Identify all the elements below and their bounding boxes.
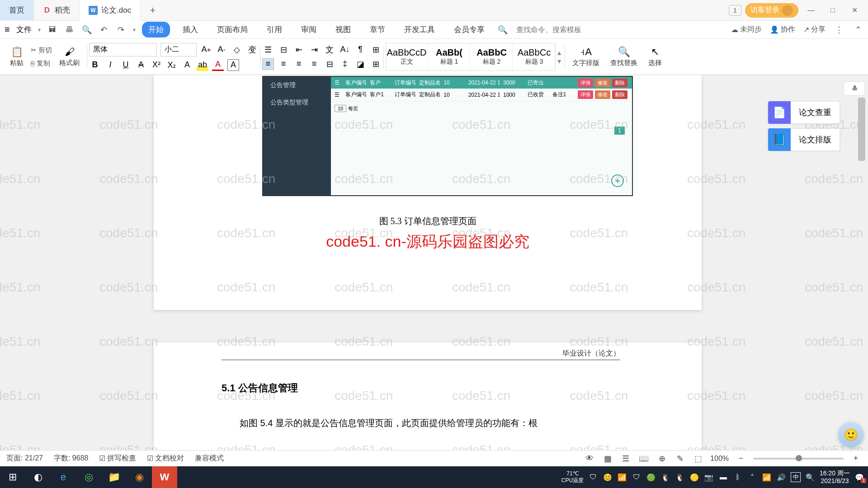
clipboard-icon[interactable]: 📋 <box>11 46 23 58</box>
show-marks-icon[interactable]: ¶ <box>354 44 366 56</box>
minimize-button[interactable]: — <box>802 1 820 19</box>
print-icon[interactable]: 🖶 <box>64 24 75 35</box>
clock[interactable]: 16:20 周一 2021/8/23 <box>820 469 850 485</box>
undo-icon[interactable]: ↶ <box>99 24 109 35</box>
menu-reference[interactable]: 引用 <box>260 22 288 38</box>
asian-layout-icon[interactable]: 文 <box>324 44 335 56</box>
text-layout-group[interactable]: ⫞A 文字排版 <box>567 46 605 67</box>
wifi-icon[interactable]: 📶 <box>762 472 772 482</box>
cut-button[interactable]: ✂剪切 <box>29 45 54 56</box>
zoom-thumb[interactable] <box>796 455 802 461</box>
thesis-layout-button[interactable]: 📘 论文排版 <box>768 128 840 151</box>
tray-icon[interactable]: 🟡 <box>689 472 699 482</box>
word-count[interactable]: 字数: 9688 <box>54 454 88 463</box>
menu-dev-tools[interactable]: 开发工具 <box>398 22 441 38</box>
tab-home[interactable]: 首页 <box>0 0 34 21</box>
window-count[interactable]: 1 <box>729 5 741 16</box>
tab-docke[interactable]: D 稻壳 <box>34 0 80 21</box>
align-justify-button[interactable]: ≡ <box>308 58 320 70</box>
zoom-slider[interactable] <box>753 458 844 460</box>
login-button[interactable]: 访客登录 <box>745 3 798 18</box>
fit-width-icon[interactable]: ⬚ <box>692 453 704 465</box>
search-input[interactable] <box>514 24 614 36</box>
collab-button[interactable]: 👤协作 <box>770 25 795 34</box>
tray-icon[interactable]: 🛡 <box>632 472 642 482</box>
document-area[interactable]: 公告管理 公告类型管理 ☰ 客户编号 客户 订单编号 定制品名称 10 2021… <box>0 75 868 450</box>
style-h3[interactable]: AaBbCc标题 3 <box>514 43 555 70</box>
font-select[interactable] <box>89 43 157 56</box>
tab-stop-icon[interactable]: ⊞ <box>370 44 382 56</box>
task-wps[interactable]: W <box>152 466 177 488</box>
char-border-button[interactable]: A <box>227 59 239 71</box>
menu-member[interactable]: 会员专享 <box>448 22 491 38</box>
clear-format-icon[interactable]: ◇ <box>231 44 243 56</box>
increase-font-icon[interactable]: A+ <box>200 44 212 56</box>
bluetooth-icon[interactable]: ᛒ <box>733 472 743 482</box>
task-explorer[interactable]: 📁 <box>101 466 127 488</box>
vertical-scrollbar[interactable] <box>857 75 866 450</box>
volume-icon[interactable]: 🔊 <box>776 472 786 482</box>
align-center-button[interactable]: ≡ <box>278 58 289 70</box>
reading-view-icon[interactable]: 📖 <box>638 453 650 465</box>
paste-label[interactable]: 粘贴 <box>10 59 24 67</box>
sync-status[interactable]: ☁未同步 <box>731 25 762 34</box>
size-select[interactable] <box>160 43 197 56</box>
task-app-2[interactable]: ◉ <box>127 466 152 488</box>
subscript-button[interactable]: X₂ <box>166 59 178 71</box>
menu-section[interactable]: 章节 <box>363 22 392 38</box>
outline-view-icon[interactable]: ☰ <box>620 453 632 465</box>
tray-icon[interactable]: 🛡 <box>588 472 598 482</box>
align-right-button[interactable]: ≡ <box>293 58 305 70</box>
decrease-font-icon[interactable]: A- <box>216 44 227 56</box>
tray-icon[interactable]: 😊 <box>603 472 613 482</box>
spell-check[interactable]: ☑拼写检查 <box>99 454 136 463</box>
bold-button[interactable]: B <box>89 59 101 71</box>
page-view-icon[interactable]: ▦ <box>602 453 613 465</box>
shading-button[interactable]: ◪ <box>354 58 366 70</box>
highlight-button[interactable]: ab <box>197 59 208 71</box>
line-spacing-button[interactable]: ‡ <box>339 58 351 70</box>
zoom-in-button[interactable]: + <box>850 453 862 465</box>
share-button[interactable]: ↗分享 <box>803 25 826 34</box>
maximize-button[interactable]: □ <box>824 1 842 19</box>
zoom-level[interactable]: 100% <box>710 455 729 463</box>
text-effect-button[interactable]: A <box>181 59 193 71</box>
tray-icon[interactable]: ▬ <box>718 472 728 482</box>
superscript-button[interactable]: X² <box>151 59 162 71</box>
style-body[interactable]: AaBbCcD正文 <box>386 43 428 70</box>
new-tab-button[interactable]: + <box>141 5 165 16</box>
menu-insert[interactable]: 插入 <box>176 22 204 38</box>
sort-icon[interactable]: A↓ <box>339 44 351 56</box>
zoom-out-button[interactable]: − <box>735 453 747 465</box>
style-scroll-down-icon[interactable]: ▾ <box>557 57 561 66</box>
eye-icon[interactable]: 👁 <box>584 453 595 465</box>
qat-dropdown-icon[interactable]: ▾ <box>133 27 136 33</box>
chevron-up-icon[interactable]: ˄ <box>747 472 757 482</box>
tray-icon[interactable]: 📷 <box>704 472 714 482</box>
preview-icon[interactable]: 🔍 <box>81 24 92 35</box>
bullets-icon[interactable]: ☰ <box>262 44 274 56</box>
task-app-1[interactable]: ◐ <box>25 466 51 488</box>
decrease-indent-icon[interactable]: ⇤ <box>293 44 305 56</box>
web-view-icon[interactable]: ⊕ <box>656 453 668 465</box>
menu-start[interactable]: 开始 <box>142 22 170 38</box>
proofread[interactable]: ☑文档校对 <box>147 454 184 463</box>
plagiarism-check-button[interactable]: 📄 论文查重 <box>768 101 840 124</box>
find-replace-group[interactable]: 🔍 查找替换 <box>605 46 643 67</box>
task-360[interactable]: ◎ <box>76 466 101 488</box>
strike-button[interactable]: A <box>135 59 147 71</box>
select-group[interactable]: ↖ 选择 <box>643 46 667 67</box>
tray-icon[interactable]: 🐧 <box>675 472 685 482</box>
tab-document[interactable]: W 论文.doc <box>80 0 141 21</box>
assistant-bubble[interactable]: 🙂 <box>838 422 863 447</box>
close-button[interactable]: ✕ <box>845 1 863 19</box>
file-dropdown-icon[interactable]: ▾ <box>38 27 41 33</box>
phonetic-icon[interactable]: 变 <box>246 44 258 56</box>
tray-icon[interactable]: 🟢 <box>646 472 656 482</box>
font-color-button[interactable]: A <box>212 59 224 71</box>
redo-icon[interactable]: ↷ <box>116 24 127 35</box>
scroll-thumb[interactable] <box>858 98 865 161</box>
format-painter-group[interactable]: 🖌 格式刷 <box>54 46 85 67</box>
menu-review[interactable]: 审阅 <box>295 22 323 38</box>
task-ie[interactable]: e <box>51 466 76 488</box>
